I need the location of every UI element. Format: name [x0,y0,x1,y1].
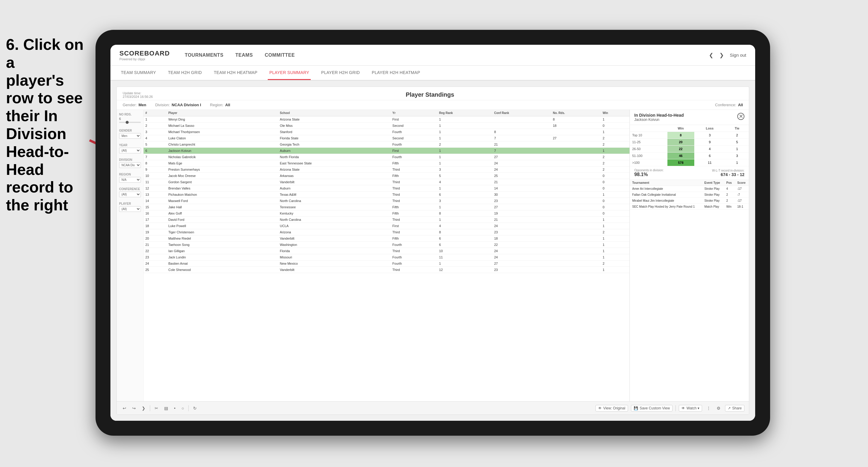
conference-select[interactable]: (All) [119,192,141,197]
cell-conf-rank: 23 [492,198,551,204]
table-row[interactable]: 8 Mats Ege East Tennessee State Fifth 1 … [144,160,629,166]
cell-year: Fourth [391,142,437,148]
calendar-icon[interactable]: ○ [180,405,185,411]
nav-teams[interactable]: TEAMS [236,51,253,59]
h2h-close-button[interactable]: ✕ [737,113,744,120]
logo-subtext: Powered by clippi [119,57,170,61]
cell-conf-rank: 14 [492,185,551,192]
table-row[interactable]: 19 Tiger Christensen Arizona Third 8 23 … [144,229,629,236]
cell-reg-rank: 1 [437,204,492,210]
cell-rank: 13 [144,192,166,198]
division-select[interactable]: NCAA Division I [119,162,141,168]
redo-button[interactable]: ↪ [131,405,137,411]
cell-player: Pichaukon Maichon [166,192,278,198]
sign-out-button[interactable]: Sign out [730,53,746,58]
instruction-text: 6. Click on a player's row to see their … [0,36,90,214]
table-row[interactable]: 3 Michael Thorbjornsen Stanford Fourth 1… [144,129,629,135]
table-row[interactable]: 22 Ian Gilligan Florida Third 10 24 1 [144,248,629,254]
settings-icon[interactable]: ⚙ [715,405,722,411]
tab-player-h2h-grid[interactable]: PLAYER H2H GRID [320,66,362,80]
player-select[interactable]: (All) [119,206,141,212]
cell-no-rds [551,223,601,229]
crop-icon[interactable]: ✂ [153,405,160,411]
cell-no-rds [551,154,601,160]
standings-table-area: # Player School Yr Reg Rank Conf Rank No… [144,110,629,401]
watch-button[interactable]: 👁 Watch ▾ [679,405,702,411]
table-row[interactable]: 4 Luke Claton Florida State Second 1 7 2… [144,135,629,142]
edit-icon[interactable]: • [173,405,177,411]
table-row[interactable]: 7 Nicholas Gabrelcik North Florida Fourt… [144,154,629,160]
table-row[interactable]: 17 David Ford North Carolina Third 1 21 … [144,217,629,223]
cell-no-rds [551,254,601,260]
table-row[interactable]: 16 Alex Goff Kentucky Fifth 8 19 0 [144,210,629,217]
year-select[interactable]: (All) [119,148,141,153]
cell-school: Missouri [278,254,391,260]
cell-rank: 24 [144,260,166,267]
tournament-score: -17 [735,186,749,192]
tournament-row: SEC Match Play Hosted by Jerry Pate Roun… [630,204,749,210]
h2h-table: Win Loss Tie Top 10 8 3 2 11-25 20 9 5 2… [630,125,749,166]
table-row[interactable]: 21 Taehoon Song Washington Fourth 6 22 1 [144,242,629,248]
share-button[interactable]: ↗ Share [725,405,744,411]
table-row[interactable]: 2 Michael La Sasso Ole Miss Second 1 18 … [144,123,629,129]
view-original-button[interactable]: 👁 View: Original [595,405,628,411]
table-row[interactable]: 24 Bastien Amat New Mexico Fourth 1 27 2 [144,260,629,267]
forward-button[interactable]: ❯ [140,405,147,411]
table-row[interactable]: 10 Jacob Moc Dreese Arkansas Fifth 5 25 … [144,173,629,179]
cell-conf-rank: 24 [492,160,551,166]
cell-conf-rank: 27 [492,154,551,160]
col-reg-rank: Reg Rank [437,110,492,116]
cell-conf-rank: 30 [492,192,551,198]
refresh-icon[interactable]: ↻ [192,405,198,411]
h2h-panel-header: In Division Head-to-Head Jackson Koivun … [630,110,749,125]
table-row[interactable]: 13 Pichaukon Maichon Texas A&M Third 6 3… [144,192,629,198]
tab-player-h2h-heatmap[interactable]: PLAYER H2H HEATMAP [370,66,422,80]
cell-no-rds [551,210,601,217]
cell-no-rds [551,192,601,198]
table-row[interactable]: 9 Preston Summerhays Arizona State Third… [144,166,629,173]
table-row[interactable]: 1 Wenyi Ding Arizona State First 1 8 1 [144,116,629,123]
cell-year: Fourth [391,154,437,160]
table-row[interactable]: 12 Brendan Valles Auburn Third 1 14 0 [144,185,629,192]
undo-button[interactable]: ↩ [121,405,128,411]
cell-year: Third [391,192,437,198]
cell-no-rds: 18 [551,123,601,129]
tab-player-summary[interactable]: PLAYER SUMMARY [268,66,311,80]
tab-team-h2h-heatmap[interactable]: TEAM H2H HEATMAP [212,66,259,80]
cell-conf-rank: 7 [492,135,551,142]
table-row[interactable]: 6 Jackson Koivun Auburn First 1 7 1 [144,148,629,154]
h2h-tie: 5 [725,139,749,146]
tab-team-summary[interactable]: TEAM SUMMARY [119,66,158,80]
rds-slider[interactable] [119,122,141,123]
save-custom-button[interactable]: 💾 Save Custom View [631,405,673,411]
nav-committee[interactable]: COMMITTEE [265,51,295,59]
h2h-loss: 3 [694,132,725,139]
grid-icon[interactable]: ⋮ [705,405,712,411]
filter-icon[interactable]: ▤ [163,405,169,411]
cell-school: Arkansas [278,173,391,179]
table-row[interactable]: 5 Christo Lamprecht Georgia Tech Fourth … [144,142,629,148]
h2h-row: 11-25 20 9 5 [630,139,749,146]
table-row[interactable]: 23 Jack Lundin Missouri Fourth 11 24 1 [144,254,629,260]
table-row[interactable]: 15 Jake Hall Tennessee Fifth 1 27 0 [144,204,629,210]
table-row[interactable]: 11 Gordon Sargent Vanderbilt Third 4 21 … [144,179,629,185]
region-select[interactable]: N/A [119,177,141,183]
h2h-tie: 1 [725,146,749,153]
nav-tournaments[interactable]: TOURNAMENTS [185,51,223,59]
cell-rank: 12 [144,185,166,192]
cell-year: Third [391,248,437,254]
tablet-device: SCOREBOARD Powered by clippi TOURNAMENTS… [95,30,770,436]
cell-year: Fourth [391,129,437,135]
col-win: Win [601,110,629,116]
table-row[interactable]: 25 Cole Sherwood Vanderbilt Third 12 23 … [144,267,629,273]
cell-player: Maxwell Ford [166,198,278,204]
gender-select[interactable]: Men [119,133,141,139]
cell-conf-rank: 24 [492,166,551,173]
table-row[interactable]: 14 Maxwell Ford North Carolina Third 3 2… [144,198,629,204]
table-row[interactable]: 20 Matthew Riedel Vanderbilt Fifth 6 18 … [144,236,629,242]
cell-player: Ian Gilligan [166,248,278,254]
cell-player: Jacob Moc Dreese [166,173,278,179]
cell-rank: 23 [144,254,166,260]
tab-team-h2h-grid[interactable]: TEAM H2H GRID [166,66,204,80]
table-row[interactable]: 18 Luke Powell UCLA First 4 24 1 [144,223,629,229]
